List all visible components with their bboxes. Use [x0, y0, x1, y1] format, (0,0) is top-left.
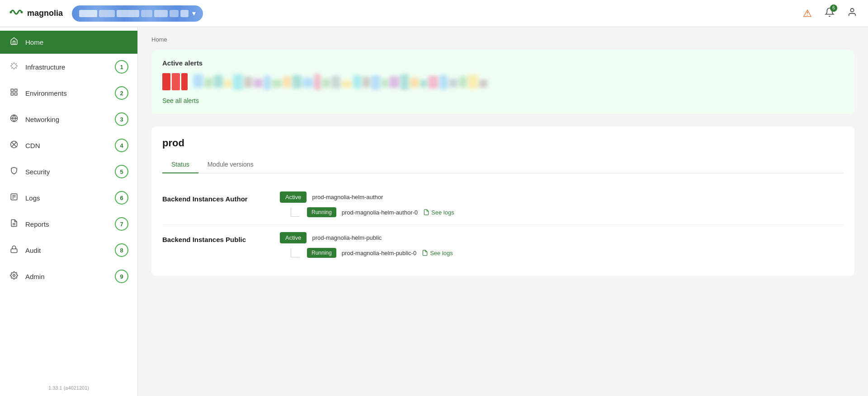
badge-active-public: Active — [280, 232, 307, 243]
sidebar-item-admin[interactable]: Admin 9 — [0, 263, 137, 289]
sidebar-item-security[interactable]: Security 5 — [0, 158, 137, 185]
sidebar-item-infrastructure[interactable]: Infrastructure 1 — [0, 54, 137, 80]
tabs: Status Module versions — [162, 156, 844, 173]
alert-red-blocks — [162, 73, 188, 90]
see-logs-link-public-0[interactable]: See logs — [422, 250, 453, 256]
warning-icon: ⚠ — [803, 8, 812, 19]
sidebar-item-label: Reports — [25, 220, 108, 228]
alerts-content — [162, 73, 844, 90]
instance-id-author: prod-magnolia-helm-author — [312, 194, 383, 200]
see-logs-link-author-0[interactable]: See logs — [423, 209, 454, 216]
sidebar-item-logs[interactable]: Logs 6 — [0, 185, 137, 211]
header-left: magnolia ▾ — [9, 5, 203, 22]
env-selector[interactable]: ▾ — [72, 5, 203, 22]
reports-icon — [9, 219, 19, 229]
sidebar-badge: 2 — [115, 86, 128, 100]
sidebar-item-label: Admin — [25, 273, 108, 280]
sidebar-item-label: CDN — [25, 142, 108, 149]
sidebar-item-label: Home — [25, 38, 128, 46]
svg-rect-14 — [15, 93, 17, 95]
tab-module-versions[interactable]: Module versions — [198, 156, 263, 173]
sidebar-item-label: Security — [25, 168, 108, 176]
sidebar-nav: Home Infrastructure 1 — [0, 27, 137, 380]
instance-group-public: Backend Instances Public Active prod-mag… — [162, 225, 844, 265]
breadcrumb: Home — [151, 36, 854, 43]
notifications-button[interactable]: 6 — [823, 5, 836, 22]
sidebar-item-label: Networking — [25, 116, 108, 123]
sidebar-item-home[interactable]: Home — [0, 31, 137, 54]
logo-text: magnolia — [27, 9, 63, 18]
content-area: Home Active alerts — [138, 27, 868, 396]
sub-row-public-0: Running prod-magnolia-helm-public-0 See … — [291, 248, 844, 258]
alert-block-red — [162, 73, 170, 90]
sidebar-item-label: Infrastructure — [25, 63, 108, 71]
chevron-down-icon: ▾ — [192, 9, 196, 18]
connector-icon — [291, 208, 300, 217]
logo-icon — [9, 7, 24, 20]
sidebar-badge: 1 — [115, 60, 128, 74]
instance-details-author: Active prod-magnolia-helm-author Running… — [280, 191, 844, 217]
sidebar-item-environments[interactable]: Environments 2 — [0, 80, 137, 106]
sidebar-item-networking[interactable]: Networking 3 — [0, 106, 137, 132]
header-right: ⚠ 6 — [801, 5, 859, 22]
security-icon — [9, 167, 19, 177]
sidebar-item-cdn[interactable]: CDN 4 — [0, 132, 137, 158]
networking-icon — [9, 114, 19, 125]
svg-point-1 — [21, 11, 23, 13]
instance-row-active-public: Active prod-magnolia-helm-public — [280, 232, 844, 243]
admin-icon — [9, 271, 19, 282]
user-menu-button[interactable] — [845, 5, 859, 22]
alert-button[interactable]: ⚠ — [801, 6, 814, 21]
instance-details-public: Active prod-magnolia-helm-public Running… — [280, 232, 844, 258]
logs-icon — [9, 193, 19, 203]
svg-point-27 — [13, 274, 15, 276]
main-layout: Home Infrastructure 1 — [0, 27, 868, 396]
logo: magnolia — [9, 7, 63, 20]
alerts-section: Active alerts — [151, 50, 854, 114]
instance-row-active: Active prod-magnolia-helm-author — [280, 191, 844, 203]
blurred-alerts — [193, 74, 487, 90]
tab-status[interactable]: Status — [162, 156, 198, 173]
instance-header-public: Backend Instances Public Active prod-mag… — [162, 232, 844, 258]
instance-id-public: prod-magnolia-helm-public — [312, 234, 382, 241]
home-icon — [9, 37, 19, 47]
env-selector-blocks — [79, 10, 189, 17]
badge-running-author-0: Running — [307, 207, 336, 217]
audit-icon — [9, 245, 19, 256]
svg-line-9 — [12, 67, 13, 68]
sidebar-item-label: Logs — [25, 194, 108, 202]
user-icon — [847, 7, 857, 20]
svg-line-5 — [12, 63, 13, 64]
badge-running-public-0: Running — [307, 248, 336, 258]
svg-rect-13 — [11, 93, 13, 95]
instance-header-author: Backend Instances Author Active prod-mag… — [162, 191, 844, 217]
svg-rect-12 — [15, 89, 17, 91]
svg-line-10 — [15, 63, 16, 64]
svg-rect-26 — [11, 249, 17, 252]
notification-count: 6 — [830, 5, 837, 12]
alert-block-red3 — [181, 73, 188, 90]
sidebar-item-audit[interactable]: Audit 8 — [0, 237, 137, 263]
prod-section: prod Status Module versions Backend Inst… — [151, 126, 854, 276]
svg-point-2 — [850, 8, 854, 11]
sidebar-item-label: Audit — [25, 247, 108, 254]
cdn-icon — [9, 140, 19, 151]
instance-name-public: Backend Instances Public — [162, 232, 271, 243]
sidebar: Home Infrastructure 1 — [0, 27, 138, 396]
sidebar-badge: 7 — [115, 217, 128, 231]
sidebar-badge: 6 — [115, 191, 128, 205]
svg-line-6 — [15, 67, 16, 68]
sidebar-badge: 9 — [115, 270, 128, 283]
sidebar-version: 1.33.1 (a4021201) — [0, 380, 137, 396]
sidebar-item-reports[interactable]: Reports 7 — [0, 211, 137, 237]
infrastructure-icon — [9, 62, 19, 72]
instance-name-author: Backend Instances Author — [162, 191, 271, 203]
connector-icon — [291, 248, 300, 257]
sidebar-badge: 4 — [115, 139, 128, 152]
svg-rect-11 — [11, 89, 13, 91]
environments-icon — [9, 88, 19, 98]
see-all-alerts-link[interactable]: See all alerts — [162, 97, 199, 104]
sidebar-badge: 5 — [115, 165, 128, 178]
badge-active-author: Active — [280, 191, 307, 203]
sub-instance-id-author-0: prod-magnolia-helm-author-0 — [342, 209, 418, 216]
